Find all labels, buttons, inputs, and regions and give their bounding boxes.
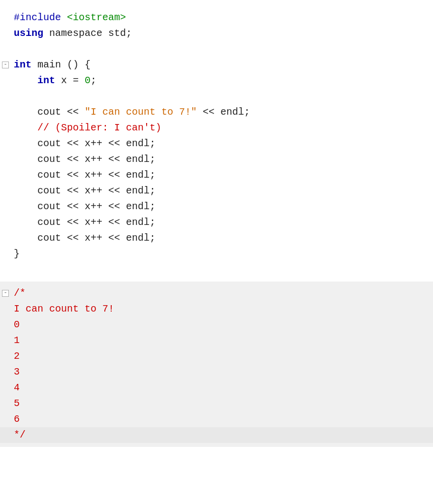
output-num-0: 0 [14, 317, 20, 333]
code-line-2: using namespace std; [0, 26, 433, 41]
comment-end: */ [14, 427, 26, 443]
code-line-9: cout << x++ << endl; [0, 152, 433, 167]
iostream-header: <iostream> [67, 10, 126, 26]
code-line-10: cout << x++ << endl; [0, 167, 433, 183]
output-line-8: 6 [0, 411, 433, 427]
output-num-4: 4 [14, 380, 20, 396]
cout-4: cout << x++ << endl; [14, 167, 155, 183]
output-line-7: 5 [0, 396, 433, 411]
cout-8: cout << x++ << endl; [14, 230, 155, 246]
code-line-16 [0, 262, 433, 278]
comment-start: /* [14, 285, 26, 301]
cout-3: cout << x++ << endl; [14, 152, 155, 167]
zero-literal: 0 [85, 73, 91, 89]
cout-2: cout << x++ << endl; [14, 136, 155, 152]
output-line-start: - /* [0, 285, 433, 301]
cout-7: cout << x++ << endl; [14, 215, 155, 230]
cout-1: cout << [14, 104, 85, 120]
using-keyword: using [14, 26, 43, 41]
code-line-7b: // (Spoiler: I can't) [0, 120, 433, 136]
code-line-7: cout << "I can count to 7!" << endl; [0, 104, 433, 120]
output-num-3: 3 [14, 364, 20, 380]
output-line-3: 1 [0, 333, 433, 348]
code-line-1: #include <iostream> [0, 10, 433, 26]
comment-spoiler: // (Spoiler: I can't) [14, 120, 161, 136]
output-num-6: 6 [14, 411, 20, 427]
code-line-8: cout << x++ << endl; [0, 136, 433, 152]
output-num-2: 2 [14, 348, 20, 364]
cout-6: cout << x++ << endl; [14, 199, 155, 215]
editor-container: #include <iostream> using namespace std;… [0, 0, 433, 504]
output-line-end: */ [0, 427, 433, 443]
x-assign: x = [55, 73, 85, 89]
output-line-1: I can count to 7! [0, 301, 433, 317]
include-directive: #include [14, 10, 67, 26]
fold-marker-output[interactable]: - [2, 290, 9, 297]
output-text-1: I can count to 7! [14, 301, 114, 317]
namespace-text: namespace std; [43, 26, 132, 41]
cout-5: cout << x++ << endl; [14, 183, 155, 199]
output-section: - /* I can count to 7! 0 1 2 3 4 5 [0, 282, 433, 447]
semicolon-1: ; [91, 73, 96, 89]
int-keyword-2: int [14, 73, 55, 89]
int-keyword: int [14, 57, 31, 73]
output-num-5: 5 [14, 396, 20, 411]
code-line-13: cout << x++ << endl; [0, 215, 433, 230]
endl-1: << endl; [197, 104, 250, 120]
output-line-4: 2 [0, 348, 433, 364]
string-literal: "I can count to 7!" [85, 104, 197, 120]
code-line-3 [0, 41, 433, 57]
code-section: #include <iostream> using namespace std;… [0, 6, 433, 282]
closing-brace: } [14, 246, 20, 262]
code-line-15: } [0, 246, 433, 262]
code-line-14: cout << x++ << endl; [0, 230, 433, 246]
code-line-5: int x = 0; [0, 73, 433, 89]
main-func: main () { [31, 57, 91, 73]
output-num-1: 1 [14, 333, 20, 348]
output-line-5: 3 [0, 364, 433, 380]
fold-marker-main[interactable]: - [2, 62, 9, 68]
code-line-12: cout << x++ << endl; [0, 199, 433, 215]
code-line-6 [0, 89, 433, 104]
output-line-2: 0 [0, 317, 433, 333]
code-line-4: - int main () { [0, 57, 433, 73]
code-line-11: cout << x++ << endl; [0, 183, 433, 199]
output-line-6: 4 [0, 380, 433, 396]
